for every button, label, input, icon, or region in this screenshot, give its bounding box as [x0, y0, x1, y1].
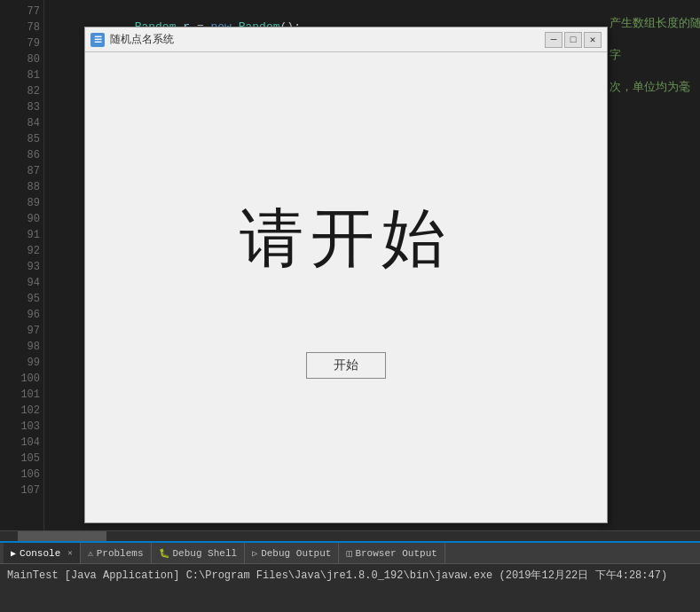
line-num-94: 94: [7, 275, 40, 291]
line-num-78: 78: [7, 20, 40, 35]
swing-window: ☰ 随机点名系统 ─ □ ✕ 请开始 开始: [84, 27, 608, 523]
swing-title-text: 随机点名系统: [110, 32, 545, 47]
browser-output-label: Browser Output: [355, 548, 437, 559]
line-num-83: 83: [7, 99, 40, 115]
debug-output-label: Debug Output: [261, 548, 331, 559]
line-num-95: 95: [7, 291, 40, 307]
swing-app-icon: ☰: [90, 33, 105, 47]
line-num-84: 84: [7, 115, 40, 131]
line-num-101: 101: [7, 387, 40, 403]
right-comment-1: 产生数组长度的随: [602, 16, 700, 32]
swing-titlebar: ☰ 随机点名系统 ─ □ ✕: [85, 27, 607, 52]
problems-label: Problems: [97, 548, 144, 559]
tab-browser-output[interactable]: ◫Browser Output: [339, 543, 444, 563]
line-num-96: 96: [7, 307, 40, 323]
line-num-97: 97: [7, 323, 40, 339]
line-num-85: 85: [7, 131, 40, 147]
line-num-107: 107: [7, 483, 40, 498]
line-num-99: 99: [7, 355, 40, 371]
start-button[interactable]: 开始: [306, 352, 386, 379]
line-num-102: 102: [7, 403, 40, 419]
console-icon: ▶: [11, 548, 16, 559]
code-scrollbar[interactable]: [0, 530, 700, 541]
bottom-panel: ▶Console✕⚠Problems🐛Debug Shell▷Debug Out…: [0, 541, 700, 612]
browser-output-icon: ◫: [346, 548, 351, 559]
problems-icon: ⚠: [88, 548, 93, 559]
line-num-105: 105: [7, 451, 40, 467]
line-num-93: 93: [7, 259, 40, 275]
right-comment-3: 次，单位均为毫: [602, 80, 700, 96]
line-num-90: 90: [7, 211, 40, 227]
right-comments: 产生数组长度的随 字 次，单位均为毫: [602, 0, 700, 530]
line-num-77: 77: [7, 4, 40, 20]
debug-output-icon: ▷: [252, 548, 257, 559]
minimize-button[interactable]: ─: [545, 32, 562, 48]
close-button[interactable]: ✕: [584, 32, 602, 48]
line-num-81: 81: [7, 67, 40, 83]
line-num-103: 103: [7, 419, 40, 435]
line-num-82: 82: [7, 83, 40, 99]
swing-body: 请开始 开始: [85, 52, 607, 522]
console-status-text: MainTest [Java Application] C:\Program F…: [7, 569, 667, 582]
line-num-86: 86: [7, 147, 40, 163]
bottom-content: MainTest [Java Application] C:\Program F…: [0, 564, 700, 612]
maximize-button[interactable]: □: [564, 32, 582, 48]
scrollbar-thumb: [18, 531, 106, 541]
tab-debug-shell[interactable]: 🐛Debug Shell: [152, 543, 246, 563]
line-num-98: 98: [7, 339, 40, 355]
line-num-79: 79: [7, 35, 40, 51]
line-num-104: 104: [7, 435, 40, 451]
console-label: Console: [20, 548, 60, 559]
line-num-89: 89: [7, 195, 40, 211]
bottom-tabs: ▶Console✕⚠Problems🐛Debug Shell▷Debug Out…: [0, 543, 700, 564]
line-num-88: 88: [7, 179, 40, 195]
debug-shell-label: Debug Shell: [173, 548, 238, 559]
line-numbers: 7778798081828384858687888990919293949596…: [0, 0, 44, 530]
tab-debug-output[interactable]: ▷Debug Output: [245, 543, 339, 563]
console-close-btn[interactable]: ✕: [67, 548, 72, 558]
tab-console[interactable]: ▶Console✕: [4, 543, 81, 563]
line-num-80: 80: [7, 51, 40, 67]
line-num-100: 100: [7, 371, 40, 387]
line-num-87: 87: [7, 163, 40, 179]
line-num-106: 106: [7, 467, 40, 483]
main-display-text: 请开始: [240, 196, 452, 281]
line-num-92: 92: [7, 243, 40, 259]
window-controls: ─ □ ✕: [545, 32, 602, 48]
line-num-91: 91: [7, 227, 40, 243]
tab-problems[interactable]: ⚠Problems: [81, 543, 152, 563]
right-comment-2: 字: [602, 48, 700, 64]
debug-shell-icon: 🐛: [159, 548, 169, 559]
